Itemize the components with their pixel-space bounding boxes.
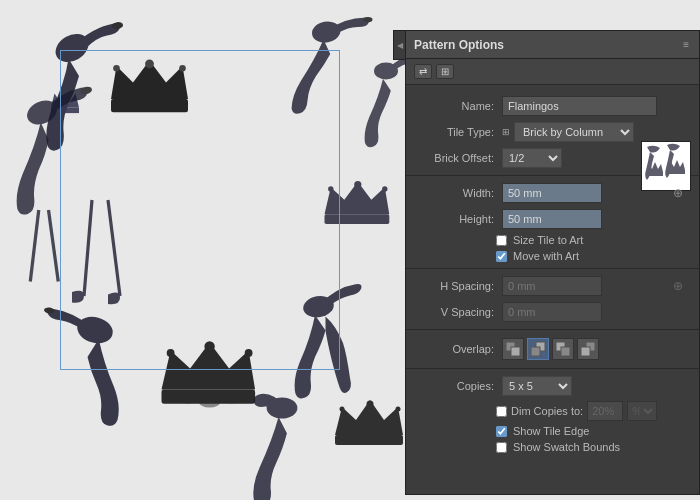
h-spacing-label: H Spacing: [414, 280, 494, 292]
overlap-bottomleft-icon [555, 341, 571, 357]
show-swatch-bounds-row: Show Swatch Bounds [406, 439, 699, 455]
width-row: Width: ⊕ [406, 180, 699, 206]
svg-point-19 [181, 396, 194, 404]
overlap-buttons-group [502, 338, 599, 360]
svg-rect-38 [669, 170, 685, 174]
move-tile-checkbox[interactable] [496, 251, 507, 262]
copies-select-wrapper: 5 x 5 3 x 3 7 x 7 [502, 376, 572, 396]
svg-rect-40 [511, 347, 520, 356]
tile-type-label: Tile Type: [414, 126, 494, 138]
divider-4 [406, 368, 699, 369]
height-row: Height: [406, 206, 699, 232]
swap-direction-button[interactable]: ⇄ [414, 64, 432, 79]
h-spacing-link-icon: ⊕ [673, 279, 683, 293]
v-spacing-input[interactable] [502, 302, 602, 322]
v-spacing-row: V Spacing: [406, 299, 699, 325]
svg-rect-32 [335, 435, 403, 445]
size-tile-checkbox[interactable] [496, 235, 507, 246]
copies-row: Copies: 5 x 5 3 x 3 7 x 7 [406, 373, 699, 399]
move-tile-row: Move with Art [406, 248, 699, 264]
overlap-btn-topleft[interactable] [502, 338, 524, 360]
svg-point-33 [367, 401, 374, 408]
overlap-btn-bottomright[interactable] [577, 338, 599, 360]
show-tile-edge-label[interactable]: Show Tile Edge [513, 425, 589, 437]
overlap-label: Overlap: [414, 343, 494, 355]
panel-header: Pattern Options ≡ [406, 31, 699, 59]
svg-point-34 [340, 407, 345, 412]
overlap-row: Overlap: [406, 334, 699, 364]
overlap-topleft-icon [505, 341, 521, 357]
dim-copies-input [587, 401, 623, 421]
name-label: Name: [414, 100, 494, 112]
svg-rect-44 [561, 347, 570, 356]
name-row: Name: [406, 93, 699, 119]
panel-collapse-handle[interactable]: ◀ [393, 30, 405, 60]
selection-box [60, 50, 340, 370]
link-dimensions-icon[interactable]: ⊕ [673, 186, 683, 200]
panel-menu-icon[interactable]: ≡ [681, 38, 691, 51]
dim-copies-label[interactable]: Dim Copies to: [511, 405, 583, 417]
collapse-arrow-icon: ◀ [397, 41, 403, 50]
pattern-options-panel: Pattern Options ≡ ⇄ ⊞ Name: [405, 30, 700, 495]
svg-point-18 [199, 397, 220, 407]
h-spacing-input[interactable] [502, 276, 602, 296]
svg-rect-46 [581, 347, 590, 356]
divider-2 [406, 268, 699, 269]
show-tile-edge-checkbox[interactable] [496, 426, 507, 437]
panel-toolbar: ⇄ ⊞ [406, 59, 699, 85]
svg-point-24 [354, 181, 361, 188]
brick-offset-select[interactable]: 1/2 1/3 1/4 1/5 [502, 148, 562, 168]
svg-point-26 [382, 186, 387, 191]
height-label: Height: [414, 213, 494, 225]
show-swatch-bounds-label[interactable]: Show Swatch Bounds [513, 441, 620, 453]
overlap-btn-bottomleft[interactable] [552, 338, 574, 360]
tile-type-select-wrapper: ⊞ Brick by Column Grid Brick by Row Hex … [502, 122, 691, 142]
brick-offset-label: Brick Offset: [414, 152, 494, 164]
tile-type-select[interactable]: Brick by Column Grid Brick by Row Hex by… [514, 122, 634, 142]
v-spacing-label: V Spacing: [414, 306, 494, 318]
panel-header-controls: ≡ [681, 38, 691, 51]
tile-type-grid-icon: ⊞ [502, 127, 510, 137]
panel-title: Pattern Options [414, 38, 504, 52]
show-swatch-bounds-checkbox[interactable] [496, 442, 507, 453]
dim-copies-unit-select: % [627, 401, 657, 421]
svg-point-20 [225, 396, 238, 404]
copies-select[interactable]: 5 x 5 3 x 3 7 x 7 [502, 376, 572, 396]
copies-label: Copies: [414, 380, 494, 392]
height-input[interactable] [502, 209, 602, 229]
svg-rect-42 [531, 347, 540, 356]
dim-copies-row: Dim Copies to: % [406, 399, 699, 423]
show-tile-edge-row: Show Tile Edge [406, 423, 699, 439]
width-input[interactable] [502, 183, 602, 203]
overlap-topright-icon [530, 341, 546, 357]
name-input[interactable] [502, 96, 657, 116]
overlap-btn-topright[interactable] [527, 338, 549, 360]
h-spacing-row: H Spacing: ⊕ [406, 273, 699, 299]
grid-view-button[interactable]: ⊞ [436, 64, 454, 79]
size-tile-label[interactable]: Size Tile to Art [513, 234, 583, 246]
size-tile-row: Size Tile to Art [406, 232, 699, 248]
dim-copies-checkbox[interactable] [496, 406, 507, 417]
svg-rect-37 [647, 172, 663, 176]
svg-point-35 [396, 407, 401, 412]
panel-content: Name: [406, 85, 699, 463]
move-tile-label[interactable]: Move with Art [513, 250, 579, 262]
divider-3 [406, 329, 699, 330]
width-label: Width: [414, 187, 494, 199]
overlap-bottomright-icon [580, 341, 596, 357]
